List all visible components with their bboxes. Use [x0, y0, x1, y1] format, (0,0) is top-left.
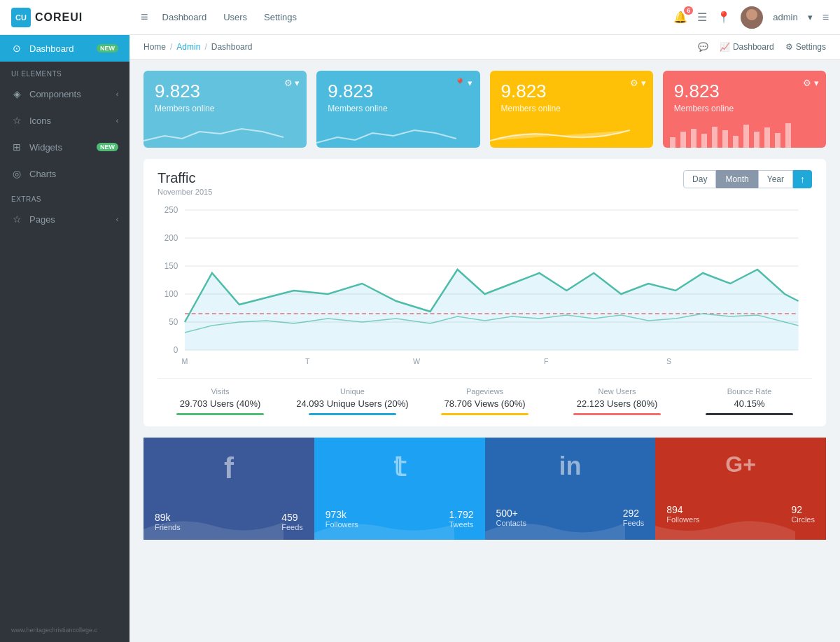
traffic-stat-visits-value: 29.703 Users (40%) [158, 398, 283, 409]
googleplus-icon: G+ [666, 452, 815, 477]
breadcrumb: Home / Admin / Dashboard [144, 42, 252, 52]
traffic-stat-unique-bar [309, 413, 396, 415]
stat-card-2-chart [490, 116, 630, 148]
breadcrumb-actions: 💬 📈 Dashboard ⚙ Settings [698, 42, 826, 52]
breadcrumb-sep2: / [204, 42, 206, 52]
svg-rect-12 [775, 133, 780, 148]
stat-card-0-icon[interactable]: ⚙ ▾ [284, 78, 300, 88]
charts-icon: ◎ [11, 168, 22, 179]
time-btn-year[interactable]: Year [758, 170, 793, 188]
stat-card-0: ⚙ ▾ 9.823 Members online [144, 71, 307, 148]
stat-card-0-chart [144, 116, 284, 148]
twitter-icon: 𝕥 [326, 452, 474, 482]
breadcrumb-action-settings[interactable]: ⚙ Settings [785, 42, 826, 52]
traffic-stat-bounce-bar [706, 413, 793, 415]
notification-icon[interactable]: 🔔 6 [673, 11, 687, 24]
breadcrumb-action-chat[interactable]: 💬 [698, 42, 708, 52]
traffic-stat-bounce-value: 40.15% [687, 398, 812, 409]
sidebar-section-ui: UI ELEMENTS [0, 62, 130, 81]
svg-rect-9 [743, 125, 749, 148]
stat-card-3-icon[interactable]: ⚙ ▾ [803, 78, 819, 88]
stat-card-0-label: Members online [155, 104, 295, 113]
svg-rect-6 [712, 127, 718, 148]
social-card-twitter: 𝕥 973k Followers 1.792 Tweets [314, 438, 485, 540]
location-icon[interactable]: 📍 [717, 11, 731, 24]
traffic-stat-newusers-value: 22.123 Users (80%) [554, 398, 680, 409]
traffic-stat-pageviews: Pageviews 78.706 Views (60%) [422, 387, 547, 415]
svg-rect-3 [680, 132, 686, 148]
pages-chevron: ‹ [116, 216, 118, 223]
svg-text:0: 0 [174, 345, 178, 355]
logo-icon: CU [11, 8, 31, 27]
stat-card-0-value: 9.823 [155, 81, 295, 102]
breadcrumb-sep1: / [170, 42, 172, 52]
traffic-stat-visits-bar [176, 413, 264, 415]
svg-text:250: 250 [164, 205, 178, 215]
twitter-stats: 973k Followers 1.792 Tweets [326, 503, 474, 529]
traffic-card: Traffic November 2015 Day Month Year ↑ [144, 159, 826, 426]
svg-rect-11 [764, 127, 770, 148]
linkedin-stat2: 292 Feeds [623, 508, 645, 527]
stat-card-1-label: Members online [328, 104, 468, 113]
sidebar-item-pages[interactable]: ☆ Pages ‹ [0, 206, 130, 232]
stat-card-3-value: 9.823 [674, 81, 815, 102]
twitter-stat1: 973k Followers [326, 509, 358, 529]
admin-arrow[interactable]: ▾ [808, 12, 813, 22]
sidebar-item-charts[interactable]: ◎ Charts [0, 160, 130, 187]
sidebar-item-dashboard[interactable]: ⊙ Dashboard NEW [0, 35, 130, 62]
svg-text:W: W [413, 357, 421, 365]
widgets-icon: ⊞ [11, 141, 22, 153]
logo: CU COREUI [11, 8, 141, 27]
stat-card-3-label: Members online [674, 104, 815, 113]
svg-text:S: S [666, 357, 671, 365]
traffic-stat-unique-value: 24.093 Unique Users (20%) [290, 398, 415, 409]
svg-text:200: 200 [164, 233, 178, 243]
traffic-chart-area: 250 200 150 100 50 0 [158, 203, 812, 371]
traffic-stat-visits: Visits 29.703 Users (40%) [158, 387, 283, 415]
list-icon[interactable]: ☰ [697, 11, 707, 24]
svg-text:M: M [181, 357, 188, 365]
sidebar-section-extras: EXTRAS [0, 187, 130, 206]
dashboard-badge: NEW [97, 44, 118, 53]
nav-link-users[interactable]: Users [223, 12, 247, 22]
stat-card-2-icon[interactable]: ⚙ ▾ [630, 78, 646, 88]
breadcrumb-bar: Home / Admin / Dashboard 💬 📈 Dashboard ⚙… [130, 35, 840, 60]
nav-link-dashboard[interactable]: Dashboard [162, 12, 207, 22]
social-card-linkedin: in 500+ Contacts 292 Feeds [485, 438, 656, 540]
svg-rect-13 [785, 123, 791, 148]
time-btn-month[interactable]: Month [716, 170, 757, 188]
sidebar-item-widgets[interactable]: ⊞ Widgets NEW [0, 134, 130, 160]
breadcrumb-admin[interactable]: Admin [176, 42, 200, 52]
pages-icon: ☆ [11, 214, 22, 225]
admin-label: admin [773, 12, 797, 22]
avatar[interactable] [741, 6, 763, 29]
nav-link-settings[interactable]: Settings [264, 12, 297, 22]
sidebar-label-dashboard: Dashboard [29, 43, 74, 54]
svg-rect-2 [670, 137, 676, 148]
icons-icon: ☆ [11, 115, 22, 126]
traffic-stat-newusers: New Users 22.123 Users (80%) [554, 387, 680, 415]
breadcrumb-action-dashboard[interactable]: 📈 Dashboard [720, 42, 774, 52]
stat-card-1-icon[interactable]: 📍 ▾ [454, 78, 473, 88]
download-btn[interactable]: ↑ [793, 170, 812, 188]
hamburger-icon[interactable]: ≡ [141, 10, 148, 25]
svg-text:150: 150 [164, 261, 178, 271]
facebook-icon: f [155, 452, 303, 485]
traffic-stat-bounce-label: Bounce Rate [687, 387, 812, 396]
time-btn-day[interactable]: Day [683, 170, 716, 188]
traffic-stat-newusers-bar [573, 413, 661, 415]
traffic-stat-pageviews-label: Pageviews [422, 387, 547, 396]
traffic-chart-svg: 250 200 150 100 50 0 [158, 203, 812, 371]
nav-right: 🔔 6 ☰ 📍 admin ▾ ≡ [673, 6, 829, 29]
svg-text:F: F [544, 357, 549, 365]
menu-icon[interactable]: ≡ [822, 11, 829, 24]
googleplus-stat2: 92 Circles [791, 504, 815, 524]
sidebar-label-components: Components [29, 89, 81, 99]
sidebar-label-widgets: Widgets [29, 142, 62, 153]
sidebar-item-icons[interactable]: ☆ Icons ‹ [0, 107, 130, 134]
traffic-title-area: Traffic November 2015 [158, 170, 212, 196]
svg-rect-4 [691, 129, 696, 148]
social-card-googleplus: G+ 894 Followers 92 Circles [655, 438, 826, 540]
sidebar-item-components[interactable]: ◈ Components ‹ [0, 81, 130, 107]
traffic-stat-unique-label: Unique [290, 387, 415, 396]
